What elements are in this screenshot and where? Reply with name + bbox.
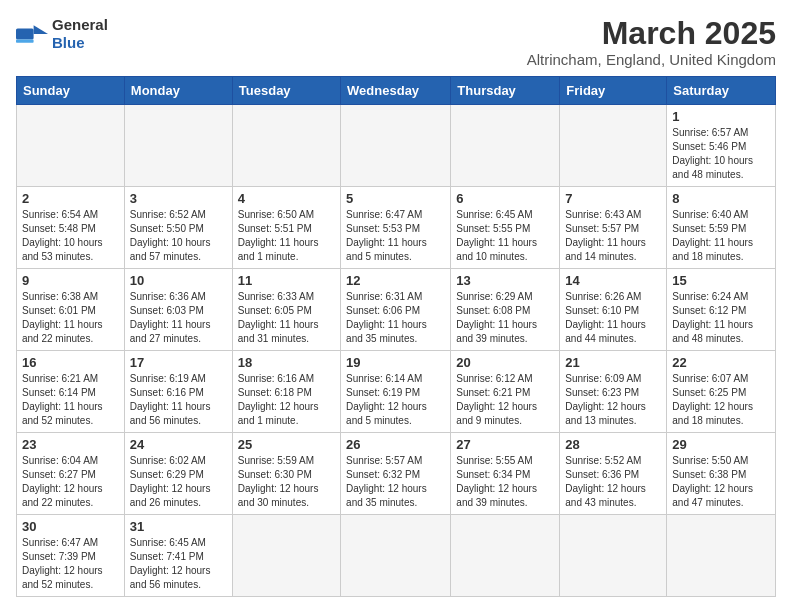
day-info: Sunrise: 6:14 AM Sunset: 6:19 PM Dayligh… bbox=[346, 372, 445, 428]
day-number: 4 bbox=[238, 191, 335, 206]
logo: General Blue bbox=[16, 16, 108, 52]
calendar-cell: 5Sunrise: 6:47 AM Sunset: 5:53 PM Daylig… bbox=[341, 187, 451, 269]
calendar-table: SundayMondayTuesdayWednesdayThursdayFrid… bbox=[16, 76, 776, 597]
calendar-cell bbox=[451, 105, 560, 187]
day-number: 7 bbox=[565, 191, 661, 206]
calendar-cell: 16Sunrise: 6:21 AM Sunset: 6:14 PM Dayli… bbox=[17, 351, 125, 433]
calendar-cell: 19Sunrise: 6:14 AM Sunset: 6:19 PM Dayli… bbox=[341, 351, 451, 433]
day-info: Sunrise: 6:26 AM Sunset: 6:10 PM Dayligh… bbox=[565, 290, 661, 346]
day-info: Sunrise: 6:02 AM Sunset: 6:29 PM Dayligh… bbox=[130, 454, 227, 510]
day-number: 17 bbox=[130, 355, 227, 370]
day-info: Sunrise: 6:31 AM Sunset: 6:06 PM Dayligh… bbox=[346, 290, 445, 346]
svg-rect-0 bbox=[16, 28, 34, 39]
calendar-cell: 25Sunrise: 5:59 AM Sunset: 6:30 PM Dayli… bbox=[232, 433, 340, 515]
day-number: 16 bbox=[22, 355, 119, 370]
calendar-cell: 23Sunrise: 6:04 AM Sunset: 6:27 PM Dayli… bbox=[17, 433, 125, 515]
day-info: Sunrise: 6:29 AM Sunset: 6:08 PM Dayligh… bbox=[456, 290, 554, 346]
calendar-cell: 1Sunrise: 6:57 AM Sunset: 5:46 PM Daylig… bbox=[667, 105, 776, 187]
day-number: 2 bbox=[22, 191, 119, 206]
calendar-cell: 31Sunrise: 6:45 AM Sunset: 7:41 PM Dayli… bbox=[124, 515, 232, 597]
day-number: 3 bbox=[130, 191, 227, 206]
calendar-cell bbox=[560, 105, 667, 187]
day-info: Sunrise: 5:52 AM Sunset: 6:36 PM Dayligh… bbox=[565, 454, 661, 510]
calendar-week-4: 23Sunrise: 6:04 AM Sunset: 6:27 PM Dayli… bbox=[17, 433, 776, 515]
calendar-cell: 4Sunrise: 6:50 AM Sunset: 5:51 PM Daylig… bbox=[232, 187, 340, 269]
calendar-cell bbox=[341, 515, 451, 597]
title-area: March 2025 Altrincham, England, United K… bbox=[527, 16, 776, 68]
calendar-cell: 6Sunrise: 6:45 AM Sunset: 5:55 PM Daylig… bbox=[451, 187, 560, 269]
day-info: Sunrise: 6:54 AM Sunset: 5:48 PM Dayligh… bbox=[22, 208, 119, 264]
calendar-cell bbox=[232, 515, 340, 597]
day-info: Sunrise: 6:52 AM Sunset: 5:50 PM Dayligh… bbox=[130, 208, 227, 264]
calendar-week-3: 16Sunrise: 6:21 AM Sunset: 6:14 PM Dayli… bbox=[17, 351, 776, 433]
calendar-cell: 29Sunrise: 5:50 AM Sunset: 6:38 PM Dayli… bbox=[667, 433, 776, 515]
day-number: 28 bbox=[565, 437, 661, 452]
header-sunday: Sunday bbox=[17, 77, 125, 105]
day-info: Sunrise: 6:24 AM Sunset: 6:12 PM Dayligh… bbox=[672, 290, 770, 346]
day-number: 15 bbox=[672, 273, 770, 288]
day-number: 14 bbox=[565, 273, 661, 288]
day-info: Sunrise: 6:45 AM Sunset: 5:55 PM Dayligh… bbox=[456, 208, 554, 264]
day-info: Sunrise: 5:59 AM Sunset: 6:30 PM Dayligh… bbox=[238, 454, 335, 510]
day-number: 26 bbox=[346, 437, 445, 452]
calendar-cell: 21Sunrise: 6:09 AM Sunset: 6:23 PM Dayli… bbox=[560, 351, 667, 433]
day-info: Sunrise: 5:50 AM Sunset: 6:38 PM Dayligh… bbox=[672, 454, 770, 510]
day-info: Sunrise: 6:47 AM Sunset: 7:39 PM Dayligh… bbox=[22, 536, 119, 592]
calendar-cell: 14Sunrise: 6:26 AM Sunset: 6:10 PM Dayli… bbox=[560, 269, 667, 351]
calendar-cell bbox=[667, 515, 776, 597]
day-info: Sunrise: 5:55 AM Sunset: 6:34 PM Dayligh… bbox=[456, 454, 554, 510]
header-wednesday: Wednesday bbox=[341, 77, 451, 105]
calendar-cell: 9Sunrise: 6:38 AM Sunset: 6:01 PM Daylig… bbox=[17, 269, 125, 351]
day-number: 10 bbox=[130, 273, 227, 288]
header-thursday: Thursday bbox=[451, 77, 560, 105]
day-info: Sunrise: 6:38 AM Sunset: 6:01 PM Dayligh… bbox=[22, 290, 119, 346]
day-info: Sunrise: 6:36 AM Sunset: 6:03 PM Dayligh… bbox=[130, 290, 227, 346]
calendar-cell: 12Sunrise: 6:31 AM Sunset: 6:06 PM Dayli… bbox=[341, 269, 451, 351]
day-info: Sunrise: 6:04 AM Sunset: 6:27 PM Dayligh… bbox=[22, 454, 119, 510]
day-number: 20 bbox=[456, 355, 554, 370]
day-number: 21 bbox=[565, 355, 661, 370]
day-number: 23 bbox=[22, 437, 119, 452]
day-number: 5 bbox=[346, 191, 445, 206]
day-info: Sunrise: 6:16 AM Sunset: 6:18 PM Dayligh… bbox=[238, 372, 335, 428]
day-info: Sunrise: 5:57 AM Sunset: 6:32 PM Dayligh… bbox=[346, 454, 445, 510]
calendar-header-row: SundayMondayTuesdayWednesdayThursdayFrid… bbox=[17, 77, 776, 105]
day-number: 19 bbox=[346, 355, 445, 370]
header-tuesday: Tuesday bbox=[232, 77, 340, 105]
day-number: 9 bbox=[22, 273, 119, 288]
calendar-cell bbox=[124, 105, 232, 187]
day-number: 27 bbox=[456, 437, 554, 452]
day-number: 29 bbox=[672, 437, 770, 452]
day-info: Sunrise: 6:19 AM Sunset: 6:16 PM Dayligh… bbox=[130, 372, 227, 428]
calendar-cell bbox=[341, 105, 451, 187]
day-number: 24 bbox=[130, 437, 227, 452]
header-saturday: Saturday bbox=[667, 77, 776, 105]
calendar-cell: 15Sunrise: 6:24 AM Sunset: 6:12 PM Dayli… bbox=[667, 269, 776, 351]
calendar-cell: 22Sunrise: 6:07 AM Sunset: 6:25 PM Dayli… bbox=[667, 351, 776, 433]
day-number: 12 bbox=[346, 273, 445, 288]
day-info: Sunrise: 6:40 AM Sunset: 5:59 PM Dayligh… bbox=[672, 208, 770, 264]
calendar-cell: 7Sunrise: 6:43 AM Sunset: 5:57 PM Daylig… bbox=[560, 187, 667, 269]
calendar-cell: 10Sunrise: 6:36 AM Sunset: 6:03 PM Dayli… bbox=[124, 269, 232, 351]
day-info: Sunrise: 6:21 AM Sunset: 6:14 PM Dayligh… bbox=[22, 372, 119, 428]
day-info: Sunrise: 6:12 AM Sunset: 6:21 PM Dayligh… bbox=[456, 372, 554, 428]
header-monday: Monday bbox=[124, 77, 232, 105]
day-number: 18 bbox=[238, 355, 335, 370]
calendar-cell: 11Sunrise: 6:33 AM Sunset: 6:05 PM Dayli… bbox=[232, 269, 340, 351]
calendar-cell: 24Sunrise: 6:02 AM Sunset: 6:29 PM Dayli… bbox=[124, 433, 232, 515]
header-friday: Friday bbox=[560, 77, 667, 105]
calendar-cell: 20Sunrise: 6:12 AM Sunset: 6:21 PM Dayli… bbox=[451, 351, 560, 433]
calendar-week-2: 9Sunrise: 6:38 AM Sunset: 6:01 PM Daylig… bbox=[17, 269, 776, 351]
day-info: Sunrise: 6:07 AM Sunset: 6:25 PM Dayligh… bbox=[672, 372, 770, 428]
calendar-cell: 13Sunrise: 6:29 AM Sunset: 6:08 PM Dayli… bbox=[451, 269, 560, 351]
calendar-week-1: 2Sunrise: 6:54 AM Sunset: 5:48 PM Daylig… bbox=[17, 187, 776, 269]
day-number: 8 bbox=[672, 191, 770, 206]
svg-rect-2 bbox=[16, 40, 34, 43]
logo-icon bbox=[16, 20, 48, 48]
day-info: Sunrise: 6:57 AM Sunset: 5:46 PM Dayligh… bbox=[672, 126, 770, 182]
day-number: 25 bbox=[238, 437, 335, 452]
day-number: 22 bbox=[672, 355, 770, 370]
day-info: Sunrise: 6:47 AM Sunset: 5:53 PM Dayligh… bbox=[346, 208, 445, 264]
calendar-cell bbox=[232, 105, 340, 187]
day-info: Sunrise: 6:50 AM Sunset: 5:51 PM Dayligh… bbox=[238, 208, 335, 264]
